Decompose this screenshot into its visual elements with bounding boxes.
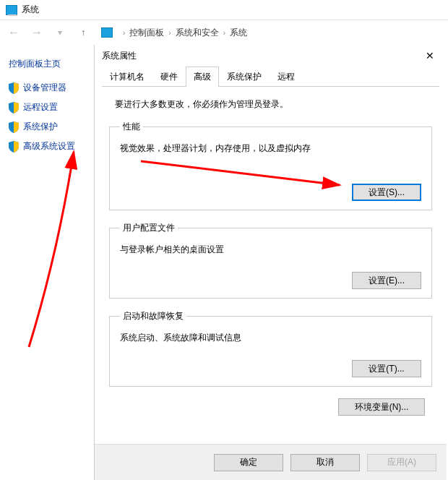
performance-desc: 视觉效果，处理器计划，内存使用，以及虚拟内存: [120, 142, 421, 155]
environment-variables-button[interactable]: 环境变量(N)...: [338, 398, 425, 416]
user-profiles-group: 用户配置文件 与登录帐户相关的桌面设置 设置(E)...: [109, 222, 432, 299]
breadcrumb-item[interactable]: 系统和安全: [176, 27, 219, 39]
user-profiles-settings-button[interactable]: 设置(E)...: [352, 272, 421, 289]
breadcrumb[interactable]: › 控制面板 › 系统和安全 › 系统: [123, 27, 247, 39]
close-button[interactable]: ✕: [421, 46, 439, 65]
performance-group: 性能 视觉效果，处理器计划，内存使用，以及虚拟内存 设置(S)...: [109, 121, 432, 210]
ok-button[interactable]: 确定: [214, 454, 283, 471]
sidebar-item-label: 高级系统设置: [23, 140, 75, 153]
forward-button[interactable]: →: [29, 25, 45, 40]
sidebar-item-system-protection[interactable]: 系统保护: [9, 121, 87, 133]
tab-hardware[interactable]: 硬件: [152, 67, 186, 86]
tab-remote[interactable]: 远程: [270, 67, 303, 86]
performance-settings-button[interactable]: 设置(S)...: [352, 184, 421, 201]
dialog-title: 系统属性: [102, 50, 137, 62]
startup-desc: 系统启动、系统故障和调试信息: [120, 331, 421, 344]
sidebar-item-label: 系统保护: [23, 121, 58, 133]
location-icon: [101, 27, 113, 38]
shield-icon: [9, 102, 19, 113]
chevron-right-icon: ›: [223, 29, 225, 37]
window-titlebar: 系统: [0, 0, 448, 20]
startup-settings-button[interactable]: 设置(T)...: [352, 360, 421, 377]
dropdown-arrow-icon[interactable]: ▾: [52, 25, 68, 40]
shield-icon: [9, 82, 19, 94]
breadcrumb-item[interactable]: 系统: [230, 27, 247, 39]
group-legend: 用户配置文件: [120, 222, 178, 234]
sidebar-item-label: 远程设置: [23, 101, 58, 113]
admin-notice: 要进行大多数更改，你必须作为管理员登录。: [115, 98, 432, 111]
startup-group: 启动和故障恢复 系统启动、系统故障和调试信息 设置(T)...: [109, 310, 432, 387]
dialog-button-bar: 确定 取消 应用(A): [95, 444, 447, 480]
sidebar-item-label: 设备管理器: [23, 82, 66, 94]
group-legend: 启动和故障恢复: [120, 310, 186, 322]
cancel-button[interactable]: 取消: [290, 454, 360, 471]
app-icon: [6, 5, 17, 15]
shield-icon: [9, 121, 19, 133]
close-icon: ✕: [426, 50, 434, 61]
tab-advanced[interactable]: 高级: [186, 67, 219, 87]
tab-bar: 计算机名 硬件 高级 系统保护 远程: [95, 67, 447, 86]
back-button[interactable]: ←: [6, 25, 22, 40]
sidebar: 控制面板主页 设备管理器 远程设置 系统保护 高级系统设置: [0, 45, 94, 480]
group-legend: 性能: [120, 121, 143, 133]
tab-content-advanced: 要进行大多数更改，你必须作为管理员登录。 性能 视觉效果，处理器计划，内存使用，…: [102, 86, 439, 423]
user-profiles-desc: 与登录帐户相关的桌面设置: [120, 243, 421, 256]
system-properties-dialog: 系统属性 ✕ 计算机名 硬件 高级 系统保护 远程 要进行大多数更改，你必须作为…: [94, 45, 447, 480]
tab-computer-name[interactable]: 计算机名: [102, 67, 152, 86]
chevron-right-icon: ›: [123, 29, 125, 37]
window-title: 系统: [22, 4, 39, 16]
chevron-right-icon: ›: [168, 29, 171, 37]
up-button[interactable]: ↑: [75, 25, 91, 40]
apply-button[interactable]: 应用(A): [367, 454, 436, 471]
sidebar-item-remote-settings[interactable]: 远程设置: [9, 101, 87, 113]
sidebar-item-device-manager[interactable]: 设备管理器: [9, 82, 87, 94]
tab-system-protection[interactable]: 系统保护: [219, 67, 270, 86]
dialog-titlebar: 系统属性 ✕: [95, 45, 447, 67]
shield-icon: [9, 141, 19, 153]
sidebar-item-advanced-settings[interactable]: 高级系统设置: [9, 140, 87, 153]
navbar: ← → ▾ ↑ › 控制面板 › 系统和安全 › 系统: [0, 20, 448, 45]
sidebar-title: 控制面板主页: [9, 58, 87, 70]
breadcrumb-item[interactable]: 控制面板: [129, 27, 164, 39]
